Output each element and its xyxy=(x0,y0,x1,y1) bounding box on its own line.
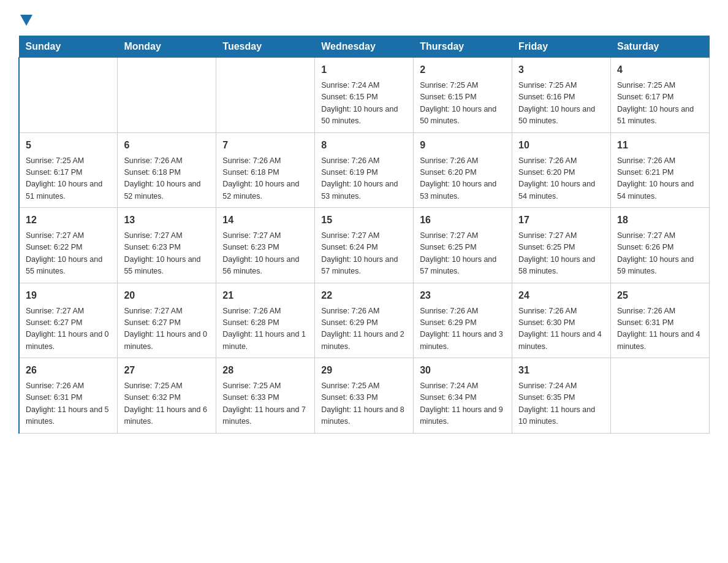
calendar-cell: 14Sunrise: 7:27 AMSunset: 6:23 PMDayligh… xyxy=(216,208,315,283)
calendar-cell: 15Sunrise: 7:27 AMSunset: 6:24 PMDayligh… xyxy=(315,208,414,283)
day-info: Sunrise: 7:26 AMSunset: 6:28 PMDaylight:… xyxy=(222,305,308,353)
calendar-cell: 21Sunrise: 7:26 AMSunset: 6:28 PMDayligh… xyxy=(216,283,315,358)
day-info: Sunrise: 7:27 AMSunset: 6:25 PMDaylight:… xyxy=(420,230,506,278)
day-number: 9 xyxy=(420,138,506,153)
calendar-header-saturday: Saturday xyxy=(611,36,710,58)
day-number: 19 xyxy=(26,288,111,303)
calendar-cell: 16Sunrise: 7:27 AMSunset: 6:25 PMDayligh… xyxy=(414,208,512,283)
day-number: 24 xyxy=(518,288,604,303)
day-number: 16 xyxy=(420,213,506,228)
day-info: Sunrise: 7:27 AMSunset: 6:23 PMDaylight:… xyxy=(124,230,210,278)
calendar-cell xyxy=(216,58,315,133)
day-info: Sunrise: 7:26 AMSunset: 6:30 PMDaylight:… xyxy=(518,305,604,353)
day-info: Sunrise: 7:25 AMSunset: 6:32 PMDaylight:… xyxy=(124,380,210,428)
day-info: Sunrise: 7:26 AMSunset: 6:18 PMDaylight:… xyxy=(124,155,210,203)
day-number: 8 xyxy=(321,138,407,153)
day-info: Sunrise: 7:26 AMSunset: 6:20 PMDaylight:… xyxy=(420,155,506,203)
calendar-week-row: 26Sunrise: 7:26 AMSunset: 6:31 PMDayligh… xyxy=(19,358,710,434)
day-number: 12 xyxy=(26,213,111,228)
calendar-cell: 29Sunrise: 7:25 AMSunset: 6:33 PMDayligh… xyxy=(315,358,414,434)
calendar-header-thursday: Thursday xyxy=(414,36,512,58)
day-info: Sunrise: 7:26 AMSunset: 6:29 PMDaylight:… xyxy=(321,305,407,353)
day-number: 17 xyxy=(518,213,604,228)
calendar-cell: 19Sunrise: 7:27 AMSunset: 6:27 PMDayligh… xyxy=(19,283,118,358)
day-number: 15 xyxy=(321,213,407,228)
day-info: Sunrise: 7:25 AMSunset: 6:33 PMDaylight:… xyxy=(321,380,407,428)
calendar-cell: 31Sunrise: 7:24 AMSunset: 6:35 PMDayligh… xyxy=(512,358,611,434)
day-info: Sunrise: 7:25 AMSunset: 6:15 PMDaylight:… xyxy=(420,80,506,128)
calendar-header-friday: Friday xyxy=(512,36,611,58)
day-number: 30 xyxy=(420,363,506,378)
day-number: 23 xyxy=(420,288,506,303)
day-info: Sunrise: 7:24 AMSunset: 6:34 PMDaylight:… xyxy=(420,380,506,428)
day-info: Sunrise: 7:24 AMSunset: 6:15 PMDaylight:… xyxy=(321,80,407,128)
day-info: Sunrise: 7:26 AMSunset: 6:31 PMDaylight:… xyxy=(617,305,703,353)
day-info: Sunrise: 7:25 AMSunset: 6:17 PMDaylight:… xyxy=(617,80,703,128)
day-info: Sunrise: 7:26 AMSunset: 6:21 PMDaylight:… xyxy=(617,155,703,203)
calendar-cell: 22Sunrise: 7:26 AMSunset: 6:29 PMDayligh… xyxy=(315,283,414,358)
day-info: Sunrise: 7:27 AMSunset: 6:22 PMDaylight:… xyxy=(26,230,111,278)
calendar-cell: 18Sunrise: 7:27 AMSunset: 6:26 PMDayligh… xyxy=(611,208,710,283)
day-number: 2 xyxy=(420,63,506,77)
calendar-cell xyxy=(19,58,118,133)
day-number: 20 xyxy=(124,288,210,303)
calendar-cell: 1Sunrise: 7:24 AMSunset: 6:15 PMDaylight… xyxy=(315,58,414,133)
calendar-cell: 11Sunrise: 7:26 AMSunset: 6:21 PMDayligh… xyxy=(611,132,710,208)
day-number: 14 xyxy=(222,213,308,228)
calendar-week-row: 1Sunrise: 7:24 AMSunset: 6:15 PMDaylight… xyxy=(19,58,710,133)
day-number: 28 xyxy=(222,363,308,378)
calendar-cell: 4Sunrise: 7:25 AMSunset: 6:17 PMDaylight… xyxy=(611,58,710,133)
day-info: Sunrise: 7:26 AMSunset: 6:31 PMDaylight:… xyxy=(26,380,111,428)
calendar-header-monday: Monday xyxy=(118,36,216,58)
calendar-cell: 9Sunrise: 7:26 AMSunset: 6:20 PMDaylight… xyxy=(414,132,512,208)
calendar-cell: 7Sunrise: 7:26 AMSunset: 6:18 PMDaylight… xyxy=(216,132,315,208)
page-header xyxy=(18,12,710,25)
calendar-table: SundayMondayTuesdayWednesdayThursdayFrid… xyxy=(18,36,710,434)
calendar-cell: 27Sunrise: 7:25 AMSunset: 6:32 PMDayligh… xyxy=(118,358,216,434)
day-number: 10 xyxy=(518,138,604,153)
day-info: Sunrise: 7:26 AMSunset: 6:20 PMDaylight:… xyxy=(518,155,604,203)
day-info: Sunrise: 7:24 AMSunset: 6:35 PMDaylight:… xyxy=(518,380,604,428)
calendar-cell xyxy=(611,358,710,434)
day-number: 4 xyxy=(617,63,703,77)
day-info: Sunrise: 7:27 AMSunset: 6:23 PMDaylight:… xyxy=(222,230,308,278)
day-number: 21 xyxy=(222,288,308,303)
day-number: 6 xyxy=(124,138,210,153)
calendar-week-row: 5Sunrise: 7:25 AMSunset: 6:17 PMDaylight… xyxy=(19,132,710,208)
day-info: Sunrise: 7:26 AMSunset: 6:19 PMDaylight:… xyxy=(321,155,407,203)
day-number: 26 xyxy=(26,363,111,378)
day-info: Sunrise: 7:26 AMSunset: 6:18 PMDaylight:… xyxy=(222,155,308,203)
calendar-cell: 20Sunrise: 7:27 AMSunset: 6:27 PMDayligh… xyxy=(118,283,216,358)
calendar-cell: 5Sunrise: 7:25 AMSunset: 6:17 PMDaylight… xyxy=(19,132,118,208)
day-number: 5 xyxy=(26,138,111,153)
day-info: Sunrise: 7:25 AMSunset: 6:16 PMDaylight:… xyxy=(518,80,604,128)
day-number: 11 xyxy=(617,138,703,153)
day-number: 22 xyxy=(321,288,407,303)
calendar-cell: 8Sunrise: 7:26 AMSunset: 6:19 PMDaylight… xyxy=(315,132,414,208)
calendar-header-tuesday: Tuesday xyxy=(216,36,315,58)
calendar-cell: 3Sunrise: 7:25 AMSunset: 6:16 PMDaylight… xyxy=(512,58,611,133)
calendar-cell: 13Sunrise: 7:27 AMSunset: 6:23 PMDayligh… xyxy=(118,208,216,283)
calendar-week-row: 12Sunrise: 7:27 AMSunset: 6:22 PMDayligh… xyxy=(19,208,710,283)
calendar-week-row: 19Sunrise: 7:27 AMSunset: 6:27 PMDayligh… xyxy=(19,283,710,358)
day-number: 29 xyxy=(321,363,407,378)
calendar-cell: 23Sunrise: 7:26 AMSunset: 6:29 PMDayligh… xyxy=(414,283,512,358)
calendar-cell: 2Sunrise: 7:25 AMSunset: 6:15 PMDaylight… xyxy=(414,58,512,133)
calendar-header-wednesday: Wednesday xyxy=(315,36,414,58)
day-info: Sunrise: 7:25 AMSunset: 6:33 PMDaylight:… xyxy=(222,380,308,428)
calendar-header-row: SundayMondayTuesdayWednesdayThursdayFrid… xyxy=(19,36,710,58)
calendar-cell: 6Sunrise: 7:26 AMSunset: 6:18 PMDaylight… xyxy=(118,132,216,208)
day-number: 7 xyxy=(222,138,308,153)
calendar-header-sunday: Sunday xyxy=(19,36,118,58)
day-info: Sunrise: 7:26 AMSunset: 6:29 PMDaylight:… xyxy=(420,305,506,353)
calendar-cell: 26Sunrise: 7:26 AMSunset: 6:31 PMDayligh… xyxy=(19,358,118,434)
day-number: 25 xyxy=(617,288,703,303)
day-info: Sunrise: 7:27 AMSunset: 6:24 PMDaylight:… xyxy=(321,230,407,278)
logo xyxy=(18,12,32,25)
calendar-cell: 24Sunrise: 7:26 AMSunset: 6:30 PMDayligh… xyxy=(512,283,611,358)
day-info: Sunrise: 7:27 AMSunset: 6:27 PMDaylight:… xyxy=(124,305,210,353)
calendar-cell: 12Sunrise: 7:27 AMSunset: 6:22 PMDayligh… xyxy=(19,208,118,283)
day-info: Sunrise: 7:27 AMSunset: 6:25 PMDaylight:… xyxy=(518,230,604,278)
day-info: Sunrise: 7:27 AMSunset: 6:27 PMDaylight:… xyxy=(26,305,111,353)
calendar-cell: 28Sunrise: 7:25 AMSunset: 6:33 PMDayligh… xyxy=(216,358,315,434)
